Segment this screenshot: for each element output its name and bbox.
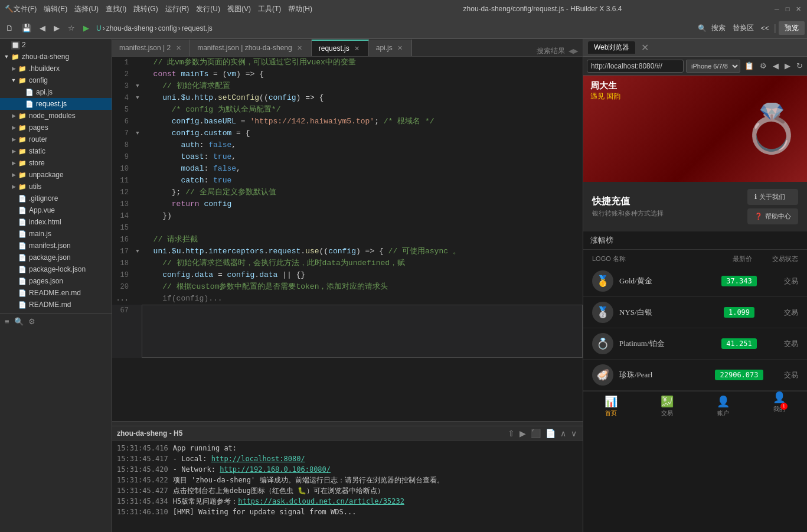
menu-edit[interactable]: 编辑(E) xyxy=(44,4,67,14)
sidebar-item-readme-en[interactable]: 📄 README.en.md xyxy=(0,287,112,299)
sidebar-icon-a[interactable]: ≡ xyxy=(5,317,9,326)
sidebar-item-node-modules[interactable]: ▶ 📁 node_modules xyxy=(0,110,112,122)
menu-help[interactable]: 帮助(H) xyxy=(288,4,312,14)
sidebar-item-request-js[interactable]: 📄 request.js xyxy=(0,98,112,110)
app-banner: 周大生 遇见 国韵 💍 xyxy=(583,76,807,182)
url-input[interactable] xyxy=(587,60,684,73)
nav-account[interactable]: 👤 账户 xyxy=(695,393,752,420)
local-link[interactable]: http://localhost:8080/ xyxy=(211,455,305,463)
tab-close-icon[interactable]: ✕ xyxy=(353,44,361,53)
network-link[interactable]: http://192.168.0.106:8080/ xyxy=(220,465,331,474)
panel-icon-3[interactable]: ⬛ xyxy=(530,429,542,438)
tab-api-js[interactable]: api.js ✕ xyxy=(369,40,412,56)
menu-view[interactable]: 视图(V) xyxy=(227,4,251,14)
sidebar-item-static[interactable]: ▶ 📁 static xyxy=(0,145,112,157)
panel-icon-2[interactable]: ▶ xyxy=(518,429,527,438)
sidebar-item-api-js[interactable]: 📄 api.js xyxy=(0,86,112,98)
sidebar-item-manifest-json[interactable]: 📄 manifest.json xyxy=(0,240,112,252)
web-browser-close-icon[interactable]: ✕ xyxy=(641,42,649,53)
tab-manifest-json-zhou[interactable]: manifest.json | zhou-da-sheng ✕ xyxy=(190,40,312,56)
breadcrumb-project[interactable]: zhou-da-sheng xyxy=(106,24,153,32)
help-link[interactable]: https://ask.dcloud.net.cn/article/35232 xyxy=(238,497,404,505)
preview-button[interactable]: 预览 xyxy=(779,21,805,35)
breadcrumb-file[interactable]: request.js xyxy=(182,24,213,32)
menu-tools[interactable]: 工具(T) xyxy=(258,4,281,14)
menu-jump[interactable]: 跳转(G) xyxy=(133,4,158,14)
sidebar-label: main.js xyxy=(29,230,51,238)
back-button[interactable]: ◀ xyxy=(36,21,49,36)
sidebar-item-readme[interactable]: 📄 README.md xyxy=(0,299,112,311)
tab-request-js[interactable]: request.js ✕ xyxy=(312,40,369,56)
market-row-platinum[interactable]: 💍 Platinum/铂金 41.251 交易 xyxy=(583,328,807,360)
sidebar-item-index-html[interactable]: 📄 index.html xyxy=(0,216,112,228)
gold-trade[interactable]: 交易 xyxy=(763,276,798,286)
collapse-btn[interactable]: << xyxy=(759,24,772,32)
sidebar-item-pages-json[interactable]: 📄 pages.json xyxy=(0,275,112,287)
tab-close-icon[interactable]: ✕ xyxy=(396,44,404,52)
minimize-button[interactable]: ─ xyxy=(773,5,781,13)
sidebar-item-root[interactable]: 🔲 2 xyxy=(0,39,112,51)
bottom-panel-content[interactable]: 15:31:45.416 App running at: 15:31:45.41… xyxy=(112,440,583,532)
market-row-pearl[interactable]: 🦪 珍珠/Pearl 22906.073 交易 xyxy=(583,360,807,391)
save-button[interactable]: 💾 xyxy=(18,21,35,36)
panel-icon-6[interactable]: ∨ xyxy=(570,429,578,438)
web-browser-tab[interactable]: Web浏览器 xyxy=(588,41,635,54)
tab-close-icon[interactable]: ✕ xyxy=(174,44,182,52)
wb-copy-icon[interactable]: 📋 xyxy=(743,61,756,70)
new-file-button[interactable]: 🗋 xyxy=(2,21,17,36)
menu-file[interactable]: 文件(F) xyxy=(14,4,37,14)
sidebar-item-gitignore[interactable]: 📄 .gitignore xyxy=(0,192,112,204)
wb-back-icon[interactable]: ◀ xyxy=(771,61,780,70)
breadcrumb-folder[interactable]: config xyxy=(158,24,177,32)
market-table-header: LOGO 名称 最新价 交易状态 xyxy=(583,250,807,266)
sidebar-item-utils[interactable]: ▶ 📁 utils xyxy=(0,181,112,192)
col-price: 最新价 xyxy=(715,254,769,263)
tab-manifest-json-2[interactable]: manifest.json | 2 ✕ xyxy=(112,40,190,56)
run-button[interactable]: ▶ xyxy=(80,21,93,36)
panel-icon-1[interactable]: ⇧ xyxy=(507,429,516,438)
sidebar-item-hbuilderx[interactable]: ▶ 📁 .hbuilderx xyxy=(0,63,112,74)
platinum-trade[interactable]: 交易 xyxy=(763,339,798,349)
sidebar-item-app-vue[interactable]: 📄 App.vue xyxy=(0,204,112,216)
sidebar-item-config[interactable]: ▼ 📁 config xyxy=(0,74,112,86)
code-content[interactable]: 1 // 此vm参数为页面的实例，可以通过它引用vuex中的变量 2 const… xyxy=(112,57,583,421)
sidebar-icon-c[interactable]: ⚙ xyxy=(28,317,35,326)
menu-publish[interactable]: 发行(U) xyxy=(196,4,220,14)
bookmark-button[interactable]: ☆ xyxy=(64,21,79,36)
silver-trade[interactable]: 交易 xyxy=(763,308,798,318)
about-us-button[interactable]: ℹ 关于我们 xyxy=(747,189,798,205)
expand-arrow-icon: ▶ xyxy=(9,136,18,142)
sidebar-label: index.html xyxy=(29,218,61,226)
sidebar-item-pages[interactable]: ▶ 📁 pages xyxy=(0,122,112,133)
wb-refresh-icon[interactable]: ↻ xyxy=(795,61,805,70)
sidebar-item-router[interactable]: ▶ 📁 router xyxy=(0,133,112,145)
forward-button[interactable]: ▶ xyxy=(50,21,63,36)
sidebar-item-unpackage[interactable]: ▶ 📁 unpackage xyxy=(0,169,112,181)
panel-icon-5[interactable]: ∧ xyxy=(559,429,567,438)
device-select[interactable]: iPhone 6/7/8 xyxy=(686,60,740,73)
sidebar-item-store[interactable]: ▶ 📁 store xyxy=(0,157,112,169)
menu-select[interactable]: 选择(U) xyxy=(74,4,99,14)
maximize-button[interactable]: □ xyxy=(783,5,792,13)
close-button[interactable]: ✕ xyxy=(794,5,802,13)
sidebar-item-main-js[interactable]: 📄 main.js xyxy=(0,228,112,240)
help-center-button[interactable]: ❓ 帮助中心 xyxy=(747,208,798,224)
sidebar-item-package-lock-json[interactable]: 📄 package-lock.json xyxy=(0,263,112,275)
market-row-gold[interactable]: 🥇 Gold/黄金 37.343 交易 xyxy=(583,266,807,297)
market-row-silver[interactable]: 🥈 NYS/白银 1.099 交易 xyxy=(583,297,807,328)
sidebar-item-zhou-da-sheng[interactable]: ▼ 📁 zhou-da-sheng xyxy=(0,51,112,63)
nav-trade[interactable]: 💹 交易 xyxy=(639,393,695,420)
sidebar-item-package-json[interactable]: 📄 package.json xyxy=(0,252,112,263)
nav-home[interactable]: 📊 首页 xyxy=(583,393,639,420)
tab-close-icon[interactable]: ✕ xyxy=(296,44,304,52)
pearl-trade[interactable]: 交易 xyxy=(763,370,798,380)
search-results-tab[interactable]: 搜索结果 ◀▶ xyxy=(532,46,583,56)
horizontal-scrollbar[interactable] xyxy=(112,421,583,426)
wb-forward-icon[interactable]: ▶ xyxy=(783,61,792,70)
wb-settings-icon[interactable]: ⚙ xyxy=(758,61,769,70)
panel-icon-4[interactable]: 📄 xyxy=(544,429,557,438)
menu-find[interactable]: 查找(I) xyxy=(106,4,126,14)
menu-run[interactable]: 运行(R) xyxy=(165,4,190,14)
nav-mine[interactable]: 👤 我的 1 xyxy=(751,389,807,424)
sidebar-icon-b[interactable]: 🔍 xyxy=(14,317,24,326)
